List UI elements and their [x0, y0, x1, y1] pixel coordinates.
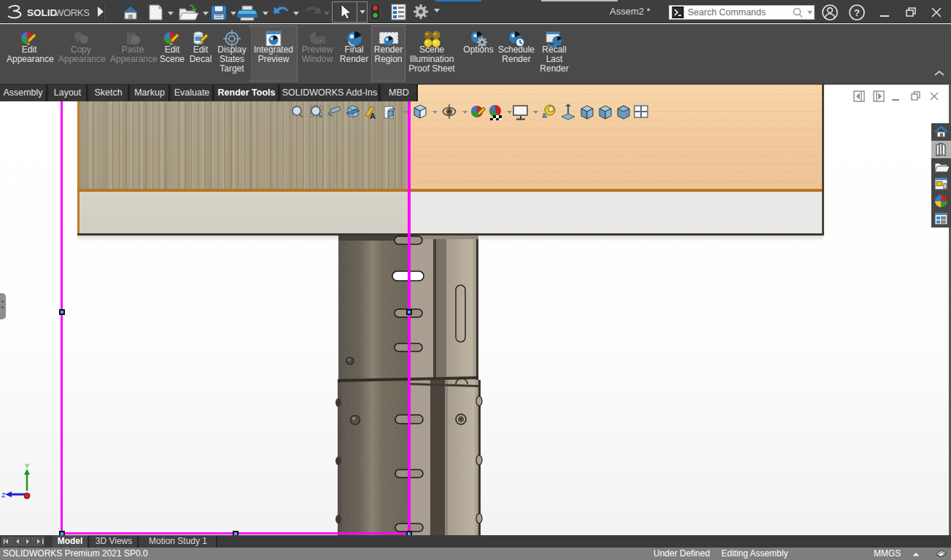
svg-text:Z: Z — [1, 491, 6, 499]
svg-text:A: A — [370, 112, 376, 120]
svg-text:SOLID: SOLID — [27, 7, 58, 18]
svg-text:WORKS: WORKS — [55, 7, 90, 18]
svg-text:Y: Y — [25, 462, 29, 470]
svg-text:?: ? — [854, 7, 860, 18]
svg-text:Search Commands: Search Commands — [688, 7, 766, 18]
